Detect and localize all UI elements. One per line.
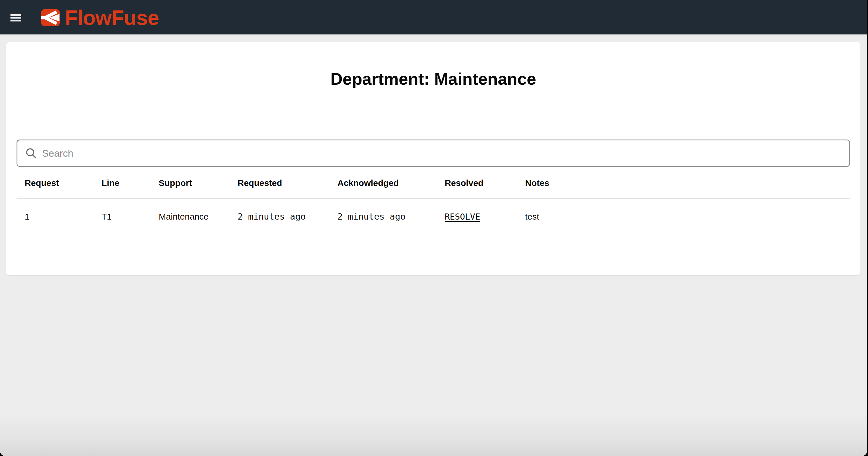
- column-header-resolved: Resolved: [437, 178, 517, 188]
- column-header-request: Request: [17, 178, 93, 188]
- page-title: Department: Maintenance: [17, 42, 850, 89]
- cell-notes: test: [517, 211, 850, 222]
- search-icon: [25, 147, 37, 159]
- app-window: FlowFuse Department: Maintenance Request…: [0, 0, 867, 456]
- requests-table: Request Line Support Requested Acknowled…: [17, 167, 850, 234]
- column-header-acknowledged: Acknowledged: [329, 178, 437, 188]
- column-header-line: Line: [93, 178, 151, 188]
- table-row: 1 T1 Maintenance 2 minutes ago 2 minutes…: [17, 199, 850, 234]
- resolve-link[interactable]: RESOLVE: [445, 212, 480, 222]
- column-header-support: Support: [151, 178, 229, 188]
- brand: FlowFuse: [41, 0, 159, 35]
- cell-support: Maintenance: [151, 211, 229, 222]
- cell-request: 1: [17, 211, 93, 222]
- search-bar: [17, 140, 850, 167]
- flowfuse-logo-icon: [41, 9, 60, 26]
- menu-button[interactable]: [10, 0, 21, 35]
- table-header-row: Request Line Support Requested Acknowled…: [17, 167, 850, 199]
- brand-wordmark: FlowFuse: [65, 0, 159, 35]
- top-navbar: FlowFuse: [0, 0, 867, 35]
- column-header-notes: Notes: [517, 178, 850, 188]
- cell-requested: 2 minutes ago: [229, 211, 329, 222]
- cell-acknowledged: 2 minutes ago: [329, 211, 437, 222]
- content-card: Department: Maintenance Request Line Sup…: [6, 42, 861, 275]
- cell-line: T1: [93, 211, 151, 222]
- column-header-requested: Requested: [229, 178, 329, 188]
- search-input[interactable]: [42, 148, 842, 159]
- bottom-shade: [0, 413, 867, 456]
